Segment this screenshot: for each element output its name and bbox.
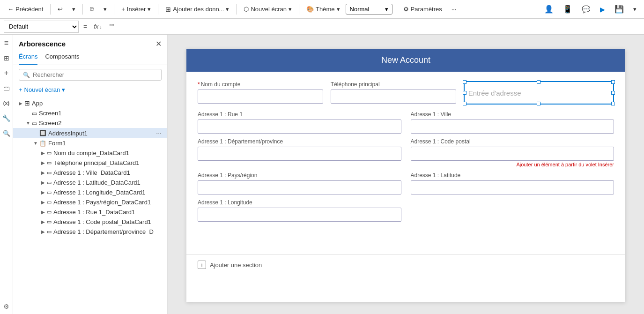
new-screen-action[interactable]: + Nouvel écran ▾: [13, 84, 167, 96]
comment-button[interactable]: 💬: [578, 3, 594, 15]
separator-8: [537, 4, 537, 15]
address-input-placeholder: Entrée d'adresse: [468, 89, 521, 97]
input-nom-compte[interactable]: [198, 90, 323, 104]
input-codepostal[interactable]: [411, 147, 614, 161]
toolbar-expand-button[interactable]: ▾: [629, 4, 640, 15]
label-nom-compte: * Nom du compte: [198, 81, 323, 88]
tab-screens[interactable]: Écrans: [19, 51, 37, 65]
play-button[interactable]: ▶: [596, 4, 609, 15]
more-button[interactable]: ···: [448, 4, 460, 15]
resize-handle-mr[interactable]: [611, 91, 615, 95]
tree-item-pays[interactable]: ▶ ▭ Adresse 1 : Pays/région_DataCard1: [13, 197, 167, 207]
data-icon: ⊞: [165, 6, 171, 13]
separator-1: [50, 4, 51, 15]
tree-item-latitude[interactable]: ▶ ▭ Adresse 1 : Latitude_DataCard1: [13, 178, 167, 187]
resize-handle-br[interactable]: [611, 102, 615, 105]
label-text-lng: Adresse 1 : Longitude: [198, 199, 252, 206]
normal-dropdown[interactable]: Normal ▾: [346, 4, 392, 15]
formula-input[interactable]: [107, 22, 640, 31]
sidebar-close-button[interactable]: ✕: [155, 39, 162, 48]
back-button[interactable]: ← Précédent: [4, 4, 47, 15]
tree-chevron-form1: ▼: [32, 141, 39, 146]
undo-dropdown-button[interactable]: ▾: [68, 4, 79, 15]
iconbar-search[interactable]: 🔍: [1, 127, 12, 139]
input-dept[interactable]: [198, 147, 401, 161]
iconbar-insert[interactable]: +: [1, 67, 12, 79]
resize-handle-tl[interactable]: [463, 80, 466, 84]
tree-item-longitude[interactable]: ▶ ▭ Adresse 1 : Longitude_DataCard1: [13, 187, 167, 197]
tree-item-app[interactable]: ▶ ⊞ App: [13, 98, 167, 108]
tree-icon-form1: 📋: [39, 140, 46, 147]
chevron-down-icon-6: ▾: [337, 6, 340, 13]
theme-button[interactable]: 🎨 Thème ▾: [303, 4, 343, 15]
chevron-down-icon-3: ▾: [148, 6, 151, 13]
tree-icon-tel: ▭: [47, 160, 52, 166]
tree-item-ville[interactable]: ▶ ▭ Adresse 1 : Ville_DataCard1: [13, 168, 167, 178]
person-icon: 👤: [544, 5, 554, 14]
add-section-icon: +: [198, 261, 206, 269]
tree-item-form1[interactable]: ▼ 📋 Form1: [13, 138, 167, 148]
resize-handle-tm[interactable]: [537, 80, 540, 84]
theme-icon: 🎨: [306, 6, 314, 13]
iconbar-data[interactable]: 🗃: [1, 82, 12, 94]
icon-bar: ≡ ⊞ + 🗃 (x) 🔧 🔍 ⚙: [0, 35, 13, 314]
input-rue1[interactable]: [198, 120, 401, 134]
field-longitude: Adresse 1 : Longitude: [198, 199, 401, 222]
tree-item-screen1[interactable]: ▭ Screen1: [13, 108, 167, 118]
add-data-button[interactable]: ⊞ Ajouter des donn... ▾: [162, 4, 233, 15]
add-section[interactable]: + Ajouter une section: [186, 254, 625, 275]
add-section-label: Ajouter une section: [210, 262, 262, 269]
input-latitude[interactable]: [411, 180, 614, 194]
input-telephone[interactable]: [331, 90, 456, 104]
form-row-3: Adresse 1 : Département/province Adresse…: [198, 138, 614, 167]
toolbar-right: 👤 📱 💬 ▶ 💾 ▾: [535, 3, 640, 15]
resize-handle-ml[interactable]: [463, 91, 466, 95]
new-screen-button[interactable]: ⬡ Nouvel écran ▾: [240, 4, 296, 15]
tree-item-dept[interactable]: ▶ ▭ Adresse 1 : Département/province_D: [13, 227, 167, 237]
iconbar-variables[interactable]: (x): [1, 97, 12, 109]
resize-handle-tr[interactable]: [611, 80, 615, 84]
field-latitude: Adresse 1 : Latitude: [411, 172, 614, 194]
undo-button[interactable]: ↩: [54, 4, 67, 15]
field-codepostal: Adresse 1 : Code postal Ajouter un éléme…: [411, 138, 614, 167]
input-longitude[interactable]: [198, 208, 401, 222]
copy-button[interactable]: ⧉: [86, 4, 98, 15]
resize-handle-bm[interactable]: [537, 102, 540, 105]
tree-label-lng: Adresse 1 : Longitude_DataCard1: [53, 189, 163, 196]
tree-item-codepostal[interactable]: ▶ ▭ Adresse 1 : Code postal_DataCard1: [13, 217, 167, 227]
resize-handle-bl[interactable]: [463, 102, 466, 105]
input-pays[interactable]: [198, 180, 401, 194]
sidebar-header: Arborescence ✕: [13, 35, 167, 51]
tree-item-telephone[interactable]: ▶ ▭ Téléphone principal_DataCard1: [13, 158, 167, 168]
address-input-selected[interactable]: Entrée d'adresse: [464, 81, 614, 105]
canvas-area: New Account * Nom du compte: [168, 35, 644, 314]
tree-label-tel: Téléphone principal_DataCard1: [53, 159, 163, 166]
insert-button[interactable]: + Insérer ▾: [118, 4, 155, 15]
required-star: *: [198, 81, 200, 88]
tree-item-screen2[interactable]: ▼ ▭ Screen2: [13, 118, 167, 128]
tab-components[interactable]: Composants: [45, 51, 79, 65]
settings-button[interactable]: ⚙ Paramètres: [400, 4, 446, 15]
search-input[interactable]: [33, 71, 157, 78]
save-button[interactable]: 💾: [611, 3, 628, 15]
copy-dropdown-button[interactable]: ▾: [100, 4, 111, 15]
phone-icon-button[interactable]: 📱: [559, 3, 576, 15]
iconbar-settings[interactable]: ⚙: [1, 303, 12, 314]
tree-item-rue1[interactable]: ▶ ▭ Adresse 1 : Rue 1_DataCard1: [13, 207, 167, 217]
field-nom-compte: * Nom du compte: [198, 81, 323, 104]
formula-select[interactable]: Default: [4, 21, 79, 33]
tree-item-addressinput1[interactable]: 🔲 AddressInput1 ···: [13, 128, 167, 138]
formula-fx-label: fx ↓: [92, 23, 104, 30]
tree-icon-screen2: ▭: [32, 120, 37, 127]
tree-item-nom-compte[interactable]: ▶ ▭ Nom du compte_DataCard1: [13, 148, 167, 158]
tree-more-addressinput1[interactable]: ···: [154, 129, 163, 137]
input-ville[interactable]: [411, 120, 614, 134]
separator-2: [82, 4, 83, 15]
chevron-down-icon-8: ▾: [633, 6, 637, 13]
iconbar-layers[interactable]: ⊞: [1, 52, 12, 64]
tree-icon-app: ⊞: [24, 99, 30, 107]
iconbar-tools[interactable]: 🔧: [1, 112, 12, 124]
form-card: New Account * Nom du compte: [186, 49, 625, 302]
iconbar-menu[interactable]: ≡: [1, 37, 12, 49]
person-icon-button[interactable]: 👤: [540, 3, 557, 15]
